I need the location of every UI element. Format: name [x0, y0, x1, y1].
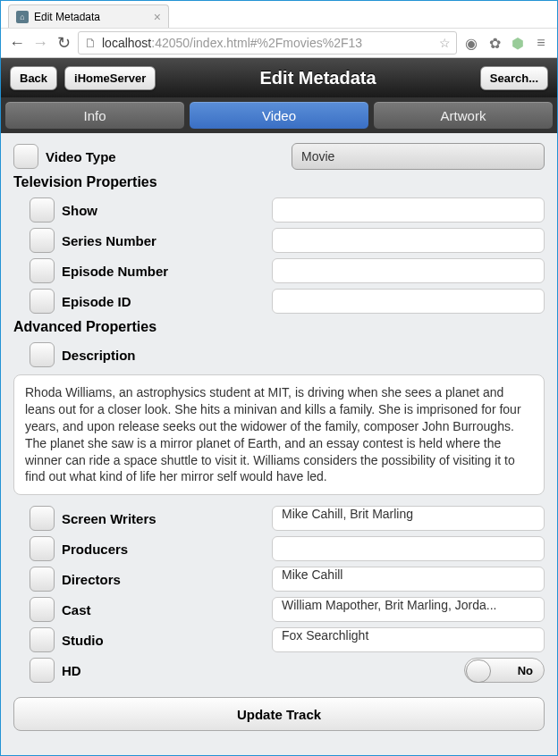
- search-button[interactable]: Search...: [480, 66, 548, 90]
- studio-input[interactable]: Fox Searchlight: [272, 627, 545, 652]
- address-bar[interactable]: 🗋 localhost:42050/index.html#%2Fmovies%2…: [78, 31, 457, 55]
- episode-id-label: Episode ID: [62, 294, 272, 309]
- file-icon: 🗋: [84, 36, 97, 50]
- screenwriters-label: Screen Writers: [62, 511, 272, 526]
- browser-tabs: ⌂ Edit Metadata ×: [1, 1, 557, 28]
- menu-icon[interactable]: ≡: [532, 35, 550, 51]
- app-header: Back iHomeServer Edit Metadata Search...: [1, 58, 557, 97]
- star-icon[interactable]: ☆: [439, 36, 451, 50]
- advanced-properties-header: Advanced Properties: [13, 319, 545, 335]
- update-track-button[interactable]: Update Track: [13, 697, 545, 731]
- show-checkbox[interactable]: [30, 197, 55, 223]
- cast-input[interactable]: William Mapother, Brit Marling, Jorda...: [272, 597, 545, 622]
- tab-video[interactable]: Video: [189, 101, 369, 130]
- video-type-select[interactable]: Movie: [292, 143, 545, 170]
- show-input[interactable]: [272, 197, 545, 223]
- hd-checkbox[interactable]: [30, 658, 55, 683]
- episode-number-checkbox[interactable]: [30, 258, 55, 283]
- hd-label: HD: [62, 663, 272, 678]
- settings-icon[interactable]: ✿: [486, 35, 503, 52]
- directors-input[interactable]: Mike Cahill: [272, 567, 545, 592]
- android-icon[interactable]: ⬢: [509, 35, 527, 52]
- reload-button[interactable]: ↻: [55, 33, 72, 53]
- description-textarea[interactable]: Rhoda Williams, an astrophysics student …: [13, 374, 545, 495]
- close-icon[interactable]: ×: [154, 10, 161, 24]
- home-icon: ⌂: [16, 11, 29, 23]
- browser-tab[interactable]: ⌂ Edit Metadata ×: [8, 4, 169, 28]
- show-label: Show: [62, 203, 272, 218]
- content-area: Video Type Movie Television Properties S…: [1, 133, 557, 755]
- tab-title: Edit Metadata: [34, 11, 100, 23]
- tab-artwork[interactable]: Artwork: [373, 101, 554, 130]
- series-number-checkbox[interactable]: [30, 228, 55, 253]
- back-button[interactable]: Back: [10, 66, 57, 90]
- producers-checkbox[interactable]: [30, 536, 55, 561]
- cast-checkbox[interactable]: [30, 597, 55, 622]
- browser-toolbar: ← → ↻ 🗋 localhost:42050/index.html#%2Fmo…: [1, 28, 557, 58]
- video-type-checkbox[interactable]: [13, 144, 38, 169]
- tv-properties-header: Television Properties: [13, 174, 545, 190]
- ihomeserver-button[interactable]: iHomeServer: [64, 66, 156, 90]
- cast-label: Cast: [62, 602, 272, 617]
- directors-label: Directors: [62, 572, 272, 587]
- main-tabs: Info Video Artwork: [1, 97, 557, 133]
- series-number-input[interactable]: [272, 228, 545, 253]
- page-title: Edit Metadata: [163, 68, 473, 88]
- url-rest: :42050/index.html#%2Fmovies%2F13: [151, 36, 362, 50]
- producers-label: Producers: [62, 542, 272, 557]
- series-number-label: Series Number: [62, 233, 272, 248]
- nav-forward-button[interactable]: →: [31, 34, 49, 53]
- url-host: localhost: [102, 36, 151, 50]
- directors-checkbox[interactable]: [30, 567, 55, 592]
- omnilog-icon[interactable]: ◉: [462, 35, 480, 52]
- episode-id-input[interactable]: [272, 289, 545, 314]
- hd-toggle[interactable]: No: [464, 658, 545, 683]
- description-label: Description: [62, 348, 272, 363]
- video-type-label: Video Type: [46, 149, 256, 164]
- episode-number-input[interactable]: [272, 258, 545, 283]
- tab-info[interactable]: Info: [4, 101, 185, 130]
- studio-checkbox[interactable]: [30, 627, 55, 652]
- episode-number-label: Episode Number: [62, 264, 272, 279]
- window: ⌂ Edit Metadata × ← → ↻ 🗋 localhost:4205…: [0, 0, 558, 756]
- studio-label: Studio: [62, 633, 272, 648]
- episode-id-checkbox[interactable]: [30, 289, 55, 314]
- description-checkbox[interactable]: [30, 342, 55, 367]
- screenwriters-checkbox[interactable]: [30, 506, 55, 531]
- producers-input[interactable]: [272, 536, 545, 561]
- screenwriters-input[interactable]: Mike Cahill, Brit Marling: [272, 506, 545, 531]
- nav-back-button[interactable]: ←: [8, 34, 26, 53]
